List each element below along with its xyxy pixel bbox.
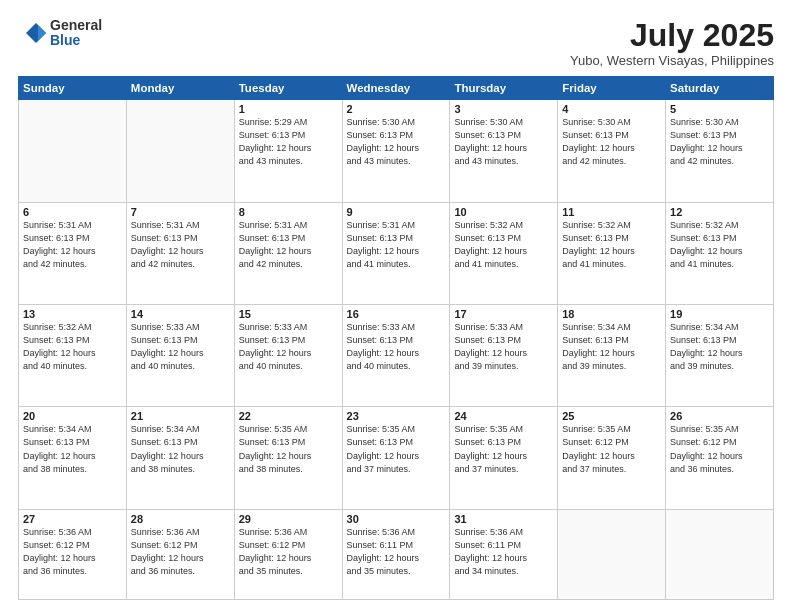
day-info: Sunrise: 5:30 AM Sunset: 6:13 PM Dayligh… bbox=[347, 116, 446, 168]
day-info: Sunrise: 5:31 AM Sunset: 6:13 PM Dayligh… bbox=[23, 219, 122, 271]
svg-marker-1 bbox=[38, 25, 46, 41]
calendar-header-row: SundayMondayTuesdayWednesdayThursdayFrid… bbox=[19, 77, 774, 100]
weekday-header: Monday bbox=[126, 77, 234, 100]
calendar-day-cell: 6Sunrise: 5:31 AM Sunset: 6:13 PM Daylig… bbox=[19, 202, 127, 304]
calendar-day-cell: 7Sunrise: 5:31 AM Sunset: 6:13 PM Daylig… bbox=[126, 202, 234, 304]
day-number: 20 bbox=[23, 410, 122, 422]
calendar-day-cell: 11Sunrise: 5:32 AM Sunset: 6:13 PM Dayli… bbox=[558, 202, 666, 304]
calendar-day-cell: 17Sunrise: 5:33 AM Sunset: 6:13 PM Dayli… bbox=[450, 305, 558, 407]
calendar-day-cell: 27Sunrise: 5:36 AM Sunset: 6:12 PM Dayli… bbox=[19, 509, 127, 599]
day-number: 29 bbox=[239, 513, 338, 525]
page: General Blue July 2025 Yubo, Western Vis… bbox=[0, 0, 792, 612]
calendar-day-cell: 8Sunrise: 5:31 AM Sunset: 6:13 PM Daylig… bbox=[234, 202, 342, 304]
calendar-day-cell: 22Sunrise: 5:35 AM Sunset: 6:13 PM Dayli… bbox=[234, 407, 342, 509]
day-info: Sunrise: 5:33 AM Sunset: 6:13 PM Dayligh… bbox=[454, 321, 553, 373]
day-info: Sunrise: 5:34 AM Sunset: 6:13 PM Dayligh… bbox=[670, 321, 769, 373]
calendar-day-cell: 30Sunrise: 5:36 AM Sunset: 6:11 PM Dayli… bbox=[342, 509, 450, 599]
day-info: Sunrise: 5:30 AM Sunset: 6:13 PM Dayligh… bbox=[670, 116, 769, 168]
calendar-day-cell: 18Sunrise: 5:34 AM Sunset: 6:13 PM Dayli… bbox=[558, 305, 666, 407]
calendar-day-cell: 15Sunrise: 5:33 AM Sunset: 6:13 PM Dayli… bbox=[234, 305, 342, 407]
day-number: 7 bbox=[131, 206, 230, 218]
day-info: Sunrise: 5:36 AM Sunset: 6:12 PM Dayligh… bbox=[131, 526, 230, 578]
weekday-header: Wednesday bbox=[342, 77, 450, 100]
calendar-day-cell bbox=[558, 509, 666, 599]
calendar-week-row: 1Sunrise: 5:29 AM Sunset: 6:13 PM Daylig… bbox=[19, 100, 774, 202]
day-number: 24 bbox=[454, 410, 553, 422]
day-info: Sunrise: 5:31 AM Sunset: 6:13 PM Dayligh… bbox=[347, 219, 446, 271]
day-info: Sunrise: 5:36 AM Sunset: 6:11 PM Dayligh… bbox=[347, 526, 446, 578]
calendar-week-row: 13Sunrise: 5:32 AM Sunset: 6:13 PM Dayli… bbox=[19, 305, 774, 407]
weekday-header: Friday bbox=[558, 77, 666, 100]
calendar-table: SundayMondayTuesdayWednesdayThursdayFrid… bbox=[18, 76, 774, 600]
weekday-header: Sunday bbox=[19, 77, 127, 100]
day-number: 23 bbox=[347, 410, 446, 422]
calendar-day-cell: 26Sunrise: 5:35 AM Sunset: 6:12 PM Dayli… bbox=[666, 407, 774, 509]
day-info: Sunrise: 5:29 AM Sunset: 6:13 PM Dayligh… bbox=[239, 116, 338, 168]
weekday-header: Saturday bbox=[666, 77, 774, 100]
logo-icon bbox=[18, 19, 46, 47]
day-info: Sunrise: 5:32 AM Sunset: 6:13 PM Dayligh… bbox=[23, 321, 122, 373]
day-number: 26 bbox=[670, 410, 769, 422]
day-number: 16 bbox=[347, 308, 446, 320]
logo-text: General Blue bbox=[50, 18, 102, 49]
day-info: Sunrise: 5:32 AM Sunset: 6:13 PM Dayligh… bbox=[454, 219, 553, 271]
calendar-day-cell: 16Sunrise: 5:33 AM Sunset: 6:13 PM Dayli… bbox=[342, 305, 450, 407]
location: Yubo, Western Visayas, Philippines bbox=[570, 53, 774, 68]
day-info: Sunrise: 5:35 AM Sunset: 6:12 PM Dayligh… bbox=[562, 423, 661, 475]
day-number: 4 bbox=[562, 103, 661, 115]
calendar-day-cell: 12Sunrise: 5:32 AM Sunset: 6:13 PM Dayli… bbox=[666, 202, 774, 304]
day-info: Sunrise: 5:33 AM Sunset: 6:13 PM Dayligh… bbox=[131, 321, 230, 373]
day-info: Sunrise: 5:31 AM Sunset: 6:13 PM Dayligh… bbox=[239, 219, 338, 271]
day-number: 12 bbox=[670, 206, 769, 218]
calendar-day-cell: 3Sunrise: 5:30 AM Sunset: 6:13 PM Daylig… bbox=[450, 100, 558, 202]
calendar-week-row: 27Sunrise: 5:36 AM Sunset: 6:12 PM Dayli… bbox=[19, 509, 774, 599]
day-info: Sunrise: 5:35 AM Sunset: 6:12 PM Dayligh… bbox=[670, 423, 769, 475]
day-number: 10 bbox=[454, 206, 553, 218]
calendar-day-cell bbox=[19, 100, 127, 202]
day-number: 28 bbox=[131, 513, 230, 525]
day-info: Sunrise: 5:30 AM Sunset: 6:13 PM Dayligh… bbox=[454, 116, 553, 168]
day-info: Sunrise: 5:36 AM Sunset: 6:12 PM Dayligh… bbox=[23, 526, 122, 578]
day-number: 19 bbox=[670, 308, 769, 320]
calendar-day-cell: 28Sunrise: 5:36 AM Sunset: 6:12 PM Dayli… bbox=[126, 509, 234, 599]
day-info: Sunrise: 5:36 AM Sunset: 6:12 PM Dayligh… bbox=[239, 526, 338, 578]
calendar-week-row: 6Sunrise: 5:31 AM Sunset: 6:13 PM Daylig… bbox=[19, 202, 774, 304]
calendar-week-row: 20Sunrise: 5:34 AM Sunset: 6:13 PM Dayli… bbox=[19, 407, 774, 509]
day-number: 9 bbox=[347, 206, 446, 218]
calendar-day-cell: 24Sunrise: 5:35 AM Sunset: 6:13 PM Dayli… bbox=[450, 407, 558, 509]
calendar-day-cell: 29Sunrise: 5:36 AM Sunset: 6:12 PM Dayli… bbox=[234, 509, 342, 599]
day-number: 8 bbox=[239, 206, 338, 218]
day-number: 17 bbox=[454, 308, 553, 320]
logo-blue: Blue bbox=[50, 33, 102, 48]
calendar-day-cell: 1Sunrise: 5:29 AM Sunset: 6:13 PM Daylig… bbox=[234, 100, 342, 202]
day-info: Sunrise: 5:30 AM Sunset: 6:13 PM Dayligh… bbox=[562, 116, 661, 168]
day-number: 13 bbox=[23, 308, 122, 320]
calendar-day-cell: 13Sunrise: 5:32 AM Sunset: 6:13 PM Dayli… bbox=[19, 305, 127, 407]
day-number: 5 bbox=[670, 103, 769, 115]
calendar-day-cell: 20Sunrise: 5:34 AM Sunset: 6:13 PM Dayli… bbox=[19, 407, 127, 509]
calendar-day-cell: 25Sunrise: 5:35 AM Sunset: 6:12 PM Dayli… bbox=[558, 407, 666, 509]
calendar-day-cell bbox=[666, 509, 774, 599]
weekday-header: Thursday bbox=[450, 77, 558, 100]
month-year: July 2025 bbox=[570, 18, 774, 53]
day-number: 21 bbox=[131, 410, 230, 422]
day-info: Sunrise: 5:31 AM Sunset: 6:13 PM Dayligh… bbox=[131, 219, 230, 271]
calendar-day-cell: 23Sunrise: 5:35 AM Sunset: 6:13 PM Dayli… bbox=[342, 407, 450, 509]
day-number: 31 bbox=[454, 513, 553, 525]
day-number: 22 bbox=[239, 410, 338, 422]
day-info: Sunrise: 5:32 AM Sunset: 6:13 PM Dayligh… bbox=[670, 219, 769, 271]
day-info: Sunrise: 5:34 AM Sunset: 6:13 PM Dayligh… bbox=[131, 423, 230, 475]
calendar-day-cell: 14Sunrise: 5:33 AM Sunset: 6:13 PM Dayli… bbox=[126, 305, 234, 407]
calendar-day-cell: 21Sunrise: 5:34 AM Sunset: 6:13 PM Dayli… bbox=[126, 407, 234, 509]
day-number: 14 bbox=[131, 308, 230, 320]
calendar-day-cell: 5Sunrise: 5:30 AM Sunset: 6:13 PM Daylig… bbox=[666, 100, 774, 202]
day-info: Sunrise: 5:35 AM Sunset: 6:13 PM Dayligh… bbox=[454, 423, 553, 475]
calendar-day-cell: 19Sunrise: 5:34 AM Sunset: 6:13 PM Dayli… bbox=[666, 305, 774, 407]
calendar-day-cell: 9Sunrise: 5:31 AM Sunset: 6:13 PM Daylig… bbox=[342, 202, 450, 304]
day-number: 6 bbox=[23, 206, 122, 218]
day-info: Sunrise: 5:35 AM Sunset: 6:13 PM Dayligh… bbox=[347, 423, 446, 475]
calendar-day-cell: 2Sunrise: 5:30 AM Sunset: 6:13 PM Daylig… bbox=[342, 100, 450, 202]
day-number: 18 bbox=[562, 308, 661, 320]
weekday-header: Tuesday bbox=[234, 77, 342, 100]
calendar-day-cell bbox=[126, 100, 234, 202]
